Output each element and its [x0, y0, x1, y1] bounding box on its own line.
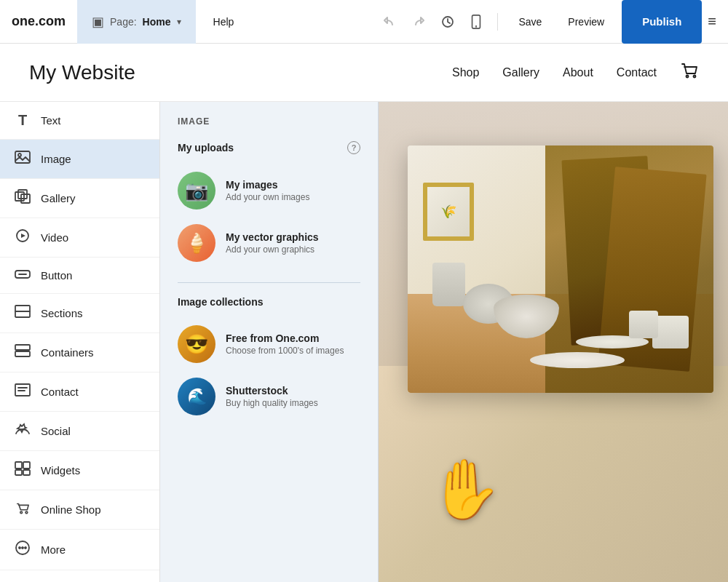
sidebar-item-containers[interactable]: Containers — [0, 333, 159, 372]
sidebar-label-more: More — [41, 543, 66, 556]
sidebar-label-image: Image — [41, 153, 71, 165]
sidebar-label-containers: Containers — [41, 346, 94, 359]
svg-point-26 — [25, 511, 28, 514]
page-name: Home — [143, 16, 171, 28]
collections-section-title: Image collections — [178, 296, 360, 308]
svg-point-29 — [22, 547, 23, 549]
sidebar-item-widgets[interactable]: Widgets — [0, 451, 159, 490]
mobile-preview-button[interactable] — [467, 12, 486, 32]
svg-point-25 — [20, 511, 23, 514]
sidebar-label-social: Social — [41, 425, 71, 437]
panel-title: IMAGE — [178, 116, 360, 127]
svg-rect-21 — [15, 462, 22, 469]
save-button[interactable]: Save — [510, 12, 550, 32]
my-images-label: My images — [226, 179, 309, 191]
cart-icon[interactable] — [680, 62, 699, 84]
free-onecom-row[interactable]: 😎 Free from One.com Choose from 1000's o… — [178, 318, 360, 370]
uploads-help-icon[interactable]: ? — [347, 141, 360, 154]
menu-icon[interactable]: ≡ — [708, 13, 716, 30]
contact-icon — [15, 383, 31, 401]
nav-about[interactable]: About — [563, 66, 593, 79]
free-onecom-icon: 😎 — [178, 325, 215, 363]
sidebar-item-onlineshop[interactable]: Online Shop — [0, 490, 159, 530]
containers-icon — [15, 343, 31, 362]
sidebar-label-button: Button — [41, 269, 72, 282]
my-images-text: My images Add your own images — [226, 179, 309, 202]
sidebar-label-text: Text — [41, 114, 61, 127]
button-icon — [15, 268, 31, 283]
preview-button[interactable]: Preview — [559, 12, 613, 32]
free-onecom-text: Free from One.com Choose from 1000's of … — [226, 332, 344, 356]
svg-point-28 — [19, 547, 20, 549]
svg-rect-17 — [15, 351, 30, 356]
site-header: My Website Shop Gallery About Contact — [0, 44, 728, 102]
shutterstock-text: Shutterstock Buy high quality images — [226, 385, 318, 408]
sidebar-item-sections[interactable]: Sections — [0, 294, 159, 333]
my-images-icon: 📷 — [178, 172, 215, 210]
sidebar-item-text[interactable]: T Text — [0, 102, 159, 140]
svg-rect-5 — [15, 151, 30, 163]
sidebar-label-widgets: Widgets — [41, 464, 80, 477]
sidebar-label-sections: Sections — [41, 307, 83, 319]
sidebar-item-gallery[interactable]: Gallery — [0, 179, 159, 218]
video-icon — [15, 228, 31, 247]
widgets-icon — [15, 461, 31, 479]
svg-rect-18 — [15, 384, 30, 396]
svg-rect-22 — [23, 462, 30, 469]
sidebar: T Text Image Gallery — [0, 102, 160, 582]
uploads-section-label: My uploads ? — [178, 141, 360, 154]
site-title: My Website — [29, 61, 452, 84]
wall-frame: 🌾 — [423, 183, 474, 241]
sidebar-item-video[interactable]: Video — [0, 218, 159, 258]
redo-button[interactable] — [408, 12, 429, 32]
page-selector[interactable]: ▣ Page: Home ▾ — [77, 0, 196, 44]
onlineshop-icon — [15, 501, 31, 519]
topbar: one.com ▣ Page: Home ▾ Help Save Preview… — [0, 0, 728, 44]
my-vectors-text: My vector graphics Add your own graphics — [226, 231, 319, 255]
sidebar-item-more[interactable]: More — [0, 530, 159, 570]
svg-point-30 — [25, 547, 26, 549]
svg-point-6 — [18, 154, 21, 156]
nav-gallery[interactable]: Gallery — [502, 66, 539, 79]
site-nav: Shop Gallery About Contact — [452, 62, 699, 84]
my-vectors-sublabel: Add your own graphics — [226, 244, 319, 255]
sidebar-item-contact[interactable]: Contact — [0, 372, 159, 412]
divider — [497, 13, 498, 31]
page-icon: ▣ — [92, 14, 104, 30]
text-icon: T — [15, 112, 31, 129]
publish-button[interactable]: Publish — [622, 0, 702, 44]
help-link[interactable]: Help — [213, 16, 234, 28]
ceramic-image[interactable]: 🌾 — [408, 146, 713, 393]
sidebar-label-gallery: Gallery — [41, 192, 76, 204]
cursor-hand: ✋ — [430, 455, 502, 524]
shutterstock-label: Shutterstock — [226, 385, 318, 396]
svg-rect-23 — [15, 470, 22, 475]
my-vectors-icon: 🍦 — [178, 224, 215, 262]
image-icon — [15, 150, 31, 168]
undo-button[interactable] — [379, 12, 400, 32]
page-label: Page: — [110, 16, 137, 28]
main-area: T Text Image Gallery — [0, 102, 728, 582]
chevron-down-icon[interactable]: ▾ — [177, 17, 181, 27]
my-vectors-label: My vector graphics — [226, 231, 319, 243]
sections-icon — [15, 304, 31, 322]
more-icon — [15, 540, 31, 559]
sidebar-item-image[interactable]: Image — [0, 140, 159, 179]
free-onecom-sublabel: Choose from 1000's of images — [226, 346, 344, 356]
sidebar-item-button[interactable]: Button — [0, 258, 159, 294]
image-panel: IMAGE My uploads ? 📷 My images Add your … — [160, 102, 379, 582]
shutterstock-row[interactable]: 🌊 Shutterstock Buy high quality images — [178, 370, 360, 423]
canvas[interactable]: 🌾 ✋ — [379, 102, 728, 582]
shutterstock-sublabel: Buy high quality images — [226, 398, 318, 408]
nav-shop[interactable]: Shop — [452, 66, 479, 79]
sidebar-label-onlineshop: Online Shop — [41, 503, 101, 516]
sidebar-label-contact: Contact — [41, 386, 79, 398]
gallery-icon — [15, 189, 31, 207]
nav-contact[interactable]: Contact — [617, 66, 657, 79]
svg-point-4 — [694, 75, 696, 77]
svg-rect-16 — [15, 345, 30, 350]
my-images-row[interactable]: 📷 My images Add your own images — [178, 164, 360, 217]
history-button[interactable] — [438, 12, 458, 32]
my-vectors-row[interactable]: 🍦 My vector graphics Add your own graphi… — [178, 217, 360, 269]
sidebar-item-social[interactable]: Social — [0, 412, 159, 451]
